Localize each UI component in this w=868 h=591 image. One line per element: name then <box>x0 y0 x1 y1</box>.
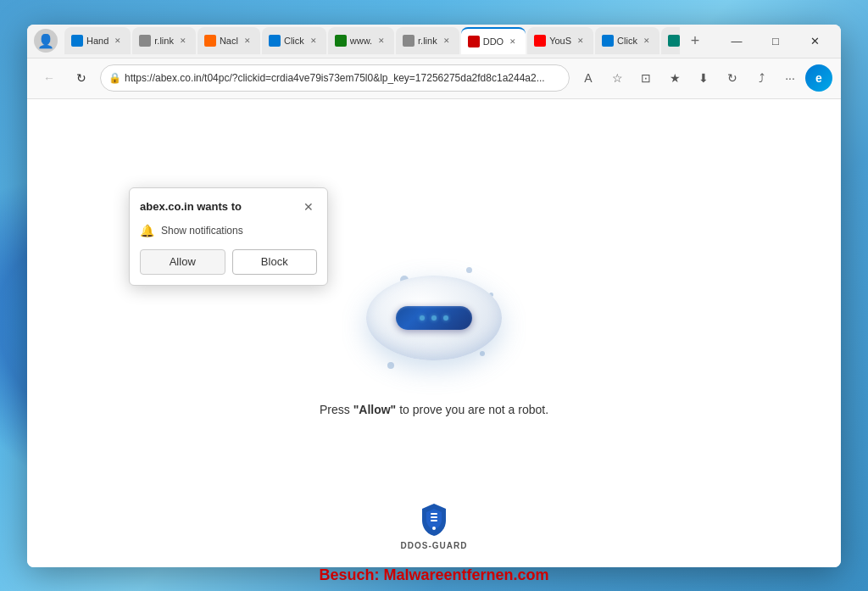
download-icon[interactable]: ⬇ <box>690 64 717 92</box>
deco-dot-4 <box>480 351 485 356</box>
popup-title: abex.co.in wants to <box>140 200 242 213</box>
svg-rect-0 <box>431 516 437 518</box>
popup-header: abex.co.in wants to ✕ <box>140 198 317 215</box>
tab-close-button[interactable]: ✕ <box>641 35 653 47</box>
allow-button[interactable]: Allow <box>140 249 225 275</box>
tab-favicon <box>602 35 614 47</box>
share-icon[interactable]: ⤴ <box>748 64 775 92</box>
profile-icon[interactable]: 👤 <box>34 29 58 53</box>
robot-visor <box>396 306 472 330</box>
robot-message-bold: "Allow" <box>353 403 397 416</box>
tab-favicon <box>139 35 151 47</box>
tab-favicon <box>403 35 415 47</box>
refresh-page-icon[interactable]: ↻ <box>719 64 746 92</box>
tab-close-button[interactable]: ✕ <box>441 35 453 47</box>
tab-favicon <box>335 35 347 47</box>
browser-tab[interactable]: Nacl✕ <box>198 27 260 54</box>
browser-tab[interactable]: www.✕ <box>328 27 394 54</box>
tab-label: www. <box>350 36 372 46</box>
back-button[interactable]: ← <box>36 64 63 92</box>
svg-rect-1 <box>431 520 437 521</box>
deco-dot-3 <box>387 362 394 369</box>
window-controls: — □ ✕ <box>717 27 834 54</box>
popup-notification-row: 🔔 Show notifications <box>140 224 317 237</box>
ddos-guard-label: DDOS-GUARD <box>401 541 468 550</box>
bookmark-icon[interactable]: ☆ <box>604 64 631 92</box>
robot-dot-2 <box>431 315 437 321</box>
browser-tab[interactable]: DDO✕ <box>461 27 526 54</box>
tab-favicon <box>71 35 83 47</box>
notification-popup: abex.co.in wants to ✕ 🔔 Show notificatio… <box>129 187 328 286</box>
robot-dot-1 <box>420 315 425 321</box>
tab-favicon <box>668 35 680 47</box>
address-bar: ← ↻ 🔒 https://abex.co.in/t04pc/?clickid=… <box>27 59 841 99</box>
reader-mode-icon[interactable]: A <box>575 64 602 92</box>
tab-label: Nacl <box>220 36 238 46</box>
collections-icon[interactable]: ★ <box>661 64 688 92</box>
maximize-button[interactable]: □ <box>756 27 795 54</box>
robot-area: Press "Allow" to prove you are not a rob… <box>320 250 548 416</box>
block-button[interactable]: Block <box>232 249 318 275</box>
browser-tab[interactable]: r.link✕ <box>132 27 196 54</box>
bell-icon: 🔔 <box>140 224 154 237</box>
tabs-container: Hand✕r.link✕Nacl✕Click✕www.✕r.link✕DDO✕Y… <box>64 27 680 54</box>
robot-message: Press "Allow" to prove you are not a rob… <box>320 403 548 416</box>
tab-label: Click <box>284 36 304 46</box>
tab-label: YouS <box>549 36 571 46</box>
toolbar-icons: A ☆ ⊡ ★ ⬇ ↻ ⤴ ··· e <box>575 64 832 92</box>
tab-favicon <box>269 35 281 47</box>
svg-rect-2 <box>431 513 437 515</box>
tab-close-button[interactable]: ✕ <box>376 35 387 47</box>
browser-window: 👤 Hand✕r.link✕Nacl✕Click✕www.✕r.link✕DDO… <box>27 25 841 567</box>
popup-buttons: Allow Block <box>140 249 317 275</box>
tab-label: r.link <box>154 36 174 46</box>
tab-label: r.link <box>418 36 437 46</box>
robot-message-prefix: Press <box>320 403 353 416</box>
ddos-shield-icon <box>419 502 449 538</box>
tab-close-button[interactable]: ✕ <box>308 35 320 47</box>
page-content: abex.co.in wants to ✕ 🔔 Show notificatio… <box>27 99 841 567</box>
sidebar-icon[interactable]: ⊡ <box>632 64 659 92</box>
popup-close-button[interactable]: ✕ <box>300 198 317 215</box>
robot-dot-3 <box>443 315 448 321</box>
browser-tab[interactable]: Thar✕ <box>661 27 680 54</box>
title-bar: 👤 Hand✕r.link✕Nacl✕Click✕www.✕r.link✕DDO… <box>27 25 841 59</box>
url-bar[interactable]: https://abex.co.in/t04pc/?clickid=crdia4… <box>100 64 570 92</box>
svg-point-3 <box>432 527 436 530</box>
add-tab-button[interactable]: + <box>683 29 707 53</box>
browser-tab[interactable]: Hand✕ <box>64 27 131 54</box>
browser-tab[interactable]: Click✕ <box>262 27 326 54</box>
browser-tab[interactable]: Click✕ <box>595 27 659 54</box>
lock-icon: 🔒 <box>108 72 121 84</box>
tab-favicon <box>534 35 546 47</box>
notification-description: Show notifications <box>161 225 243 237</box>
edge-logo-icon: e <box>805 64 832 92</box>
robot-message-suffix: to prove you are not a robot. <box>396 403 548 416</box>
deco-dot-2 <box>466 267 472 273</box>
tab-close-button[interactable]: ✕ <box>177 35 189 47</box>
tab-close-button[interactable]: ✕ <box>507 36 519 47</box>
tab-close-button[interactable]: ✕ <box>242 35 253 47</box>
tab-close-button[interactable]: ✕ <box>575 35 587 47</box>
browser-tab[interactable]: YouS✕ <box>527 27 593 54</box>
tab-favicon <box>468 36 480 47</box>
robot-image <box>349 250 519 386</box>
refresh-button[interactable]: ↻ <box>68 64 95 92</box>
tab-label: Click <box>617 36 637 46</box>
watermark: Besuch: Malwareentfernen.com <box>0 566 868 584</box>
tab-label: Hand <box>86 36 108 46</box>
browser-tab[interactable]: r.link✕ <box>396 27 459 54</box>
close-button[interactable]: ✕ <box>795 27 834 54</box>
address-wrapper: 🔒 https://abex.co.in/t04pc/?clickid=crdi… <box>100 64 570 92</box>
tab-close-button[interactable]: ✕ <box>112 35 124 47</box>
more-tools-icon[interactable]: ··· <box>776 64 804 92</box>
tab-label: DDO <box>483 36 504 47</box>
minimize-button[interactable]: — <box>717 27 756 54</box>
robot-body <box>366 276 502 360</box>
ddos-guard: DDOS-GUARD <box>401 502 468 550</box>
tab-favicon <box>204 35 216 47</box>
